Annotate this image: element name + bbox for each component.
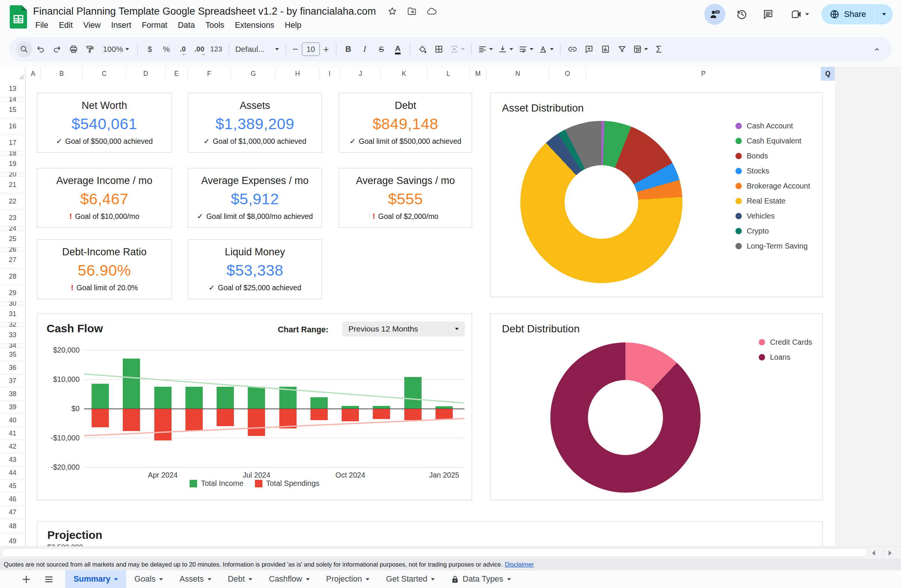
row-header-33[interactable]: 33 xyxy=(0,327,25,343)
decrease-font-size-button[interactable]: − xyxy=(290,41,301,58)
asset-legend-item[interactable]: Crypto xyxy=(736,227,810,236)
share-button[interactable]: Share xyxy=(822,4,893,24)
row-header-47[interactable]: 47 xyxy=(0,506,25,519)
share-options-button[interactable] xyxy=(876,4,893,24)
asset-legend-item[interactable]: Long-Term Saving xyxy=(736,242,810,250)
tab-debt[interactable]: Debt xyxy=(220,570,260,588)
debt-distribution-panel[interactable]: Debt Distribution Credit CardsLoans xyxy=(490,313,823,501)
column-header-O[interactable]: O xyxy=(549,67,586,81)
cashflow-legend-item[interactable]: Total Spendings xyxy=(255,479,320,488)
column-header-H[interactable]: H xyxy=(276,67,320,81)
column-header-C[interactable]: C xyxy=(83,67,126,81)
row-header-21[interactable]: 21 xyxy=(0,177,25,193)
meet-button[interactable] xyxy=(785,5,815,24)
decrease-decimal-button[interactable]: .0← xyxy=(175,41,191,58)
asset-legend-item[interactable]: Brokerage Account xyxy=(736,182,810,190)
row-header-26[interactable]: 26 xyxy=(0,248,25,252)
row-header-35[interactable]: 35 xyxy=(0,348,25,361)
column-header-G[interactable]: G xyxy=(231,67,276,81)
disclaimer-link[interactable]: Disclaimer xyxy=(505,561,534,568)
kpi-card-liquid-money[interactable]: Liquid Money$53,338✓Goal of $25,000 achi… xyxy=(188,239,322,299)
row-header-42[interactable]: 42 xyxy=(0,440,25,453)
scroll-right-button[interactable] xyxy=(884,547,896,559)
scrollbar-thumb[interactable] xyxy=(2,548,867,557)
presence-avatar[interactable] xyxy=(704,4,725,25)
kpi-card-assets[interactable]: Assets$1,389,209✓Goal of $1,000,000 achi… xyxy=(188,93,322,153)
undo-button[interactable] xyxy=(33,41,48,58)
cashflow-legend-item[interactable]: Total Income xyxy=(190,479,243,488)
version-history-button[interactable] xyxy=(732,5,751,24)
format-currency-button[interactable]: $ xyxy=(142,41,157,58)
kpi-card-average-expenses-mo[interactable]: Average Expenses / mo$5,912✓Goal limit o… xyxy=(188,168,322,228)
menu-extensions[interactable]: Extensions xyxy=(229,19,279,32)
column-header-F[interactable]: F xyxy=(188,67,231,81)
asset-distribution-panel[interactable]: Asset Distribution Cash AccountCash Equi… xyxy=(490,92,823,297)
row-header-strip[interactable]: 1314151617181920212223242526272829303132… xyxy=(0,81,25,546)
row-header-36[interactable]: 36 xyxy=(0,361,25,374)
chart-range-select[interactable]: Previous 12 Months xyxy=(342,321,465,337)
asset-legend-item[interactable]: Real Estate xyxy=(736,197,810,205)
hide-menus-button[interactable] xyxy=(869,41,885,58)
star-icon[interactable] xyxy=(387,6,397,16)
tab-goals[interactable]: Goals xyxy=(126,570,171,588)
row-header-37[interactable]: 37 xyxy=(0,374,25,387)
search-menus-button[interactable] xyxy=(16,41,32,58)
comments-button[interactable] xyxy=(758,5,778,24)
add-sheet-button[interactable] xyxy=(15,570,37,588)
tab-projection[interactable]: Projection xyxy=(318,570,378,588)
row-header-23[interactable]: 23 xyxy=(0,210,25,226)
row-header-19[interactable]: 19 xyxy=(0,156,25,172)
column-header-A[interactable]: A xyxy=(25,67,41,81)
row-header-22[interactable]: 22 xyxy=(0,193,25,210)
print-button[interactable] xyxy=(66,41,81,58)
tab-summary[interactable]: Summary xyxy=(65,570,126,588)
row-header-38[interactable]: 38 xyxy=(0,387,25,401)
row-header-16[interactable]: 16 xyxy=(0,118,25,135)
row-header-17[interactable]: 17 xyxy=(0,135,25,151)
tab-get-started[interactable]: Get Started xyxy=(378,570,443,588)
menu-view[interactable]: View xyxy=(78,19,106,32)
insert-link-button[interactable] xyxy=(564,41,580,58)
functions-button[interactable]: Σ xyxy=(651,41,667,58)
row-header-13[interactable]: 13 xyxy=(0,81,25,97)
row-header-44[interactable]: 44 xyxy=(0,466,25,479)
row-header-14[interactable]: 14 xyxy=(0,97,25,102)
italic-button[interactable]: I xyxy=(357,41,373,58)
text-wrap-button[interactable] xyxy=(516,41,536,58)
debt-legend-item[interactable]: Credit Cards xyxy=(759,338,812,346)
text-color-button[interactable]: A xyxy=(390,41,406,58)
kpi-card-debt-income-ratio[interactable]: Debt-Income Ratio56.90%!Goal limit of 20… xyxy=(37,239,172,299)
asset-legend-item[interactable]: Cash Account xyxy=(736,122,810,130)
vertical-align-button[interactable] xyxy=(496,41,516,58)
row-header-25[interactable]: 25 xyxy=(0,231,25,248)
merge-cells-button[interactable] xyxy=(447,41,467,58)
row-header-39[interactable]: 39 xyxy=(0,401,25,414)
row-header-49[interactable]: 49 xyxy=(0,534,25,546)
row-header-31[interactable]: 31 xyxy=(0,306,25,323)
fill-color-button[interactable] xyxy=(415,41,430,58)
row-header-43[interactable]: 43 xyxy=(0,453,25,466)
row-header-20[interactable]: 20 xyxy=(0,172,25,177)
column-header-E[interactable]: E xyxy=(165,67,188,81)
sheets-logo-icon[interactable] xyxy=(10,5,27,28)
cloud-status-icon[interactable] xyxy=(427,6,437,16)
data-functions-button[interactable] xyxy=(631,41,650,58)
column-header-L[interactable]: L xyxy=(427,67,470,81)
row-header-30[interactable]: 30 xyxy=(0,301,25,306)
increase-decimal-button[interactable]: .00→ xyxy=(192,41,207,58)
row-header-27[interactable]: 27 xyxy=(0,252,25,268)
document-title[interactable]: Financial Planning Template Google Sprea… xyxy=(33,6,376,17)
kpi-card-net-worth[interactable]: Net Worth$540,061✓Goal of $500,000 achie… xyxy=(37,93,172,153)
horizontal-align-button[interactable] xyxy=(475,41,495,58)
menu-insert[interactable]: Insert xyxy=(106,19,137,32)
redo-button[interactable] xyxy=(49,41,65,58)
cashflow-panel[interactable]: Cash Flow Chart Range: Previous 12 Month… xyxy=(37,313,472,501)
spreadsheet-grid[interactable]: Net Worth$540,061✓Goal of $500,000 achie… xyxy=(0,81,901,546)
menu-help[interactable]: Help xyxy=(280,19,307,32)
projection-panel[interactable]: Projection $2,500,000 xyxy=(37,521,823,546)
kpi-card-debt[interactable]: Debt$849,148✓Goal limit of $500,000 achi… xyxy=(338,93,472,153)
column-header-N[interactable]: N xyxy=(486,67,549,81)
row-header-48[interactable]: 48 xyxy=(0,519,25,534)
column-header-Q[interactable]: Q xyxy=(821,67,835,81)
text-rotation-button[interactable] xyxy=(536,41,556,58)
